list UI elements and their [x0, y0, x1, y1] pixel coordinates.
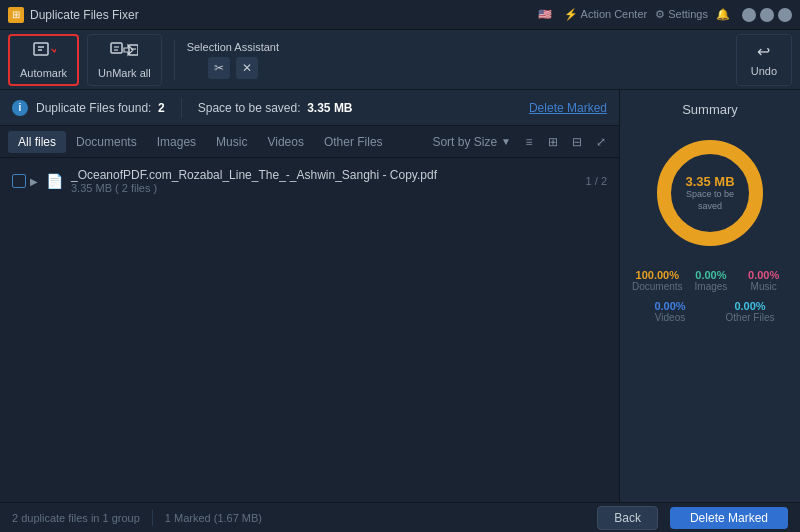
tab-images[interactable]: Images: [147, 131, 206, 153]
file-size: 3.35 MB ( 2 files ): [71, 182, 578, 194]
automark-icon: [32, 40, 56, 63]
unmark-all-icon: [110, 40, 138, 63]
donut-center: 3.35 MB Space to besaved: [685, 174, 734, 212]
selection-icons: ✂ ✕: [208, 57, 258, 79]
donut-label-text: Space to besaved: [685, 189, 734, 212]
region-flag: 🇺🇸: [538, 8, 552, 21]
tab-music[interactable]: Music: [206, 131, 257, 153]
stat-pct-documents: 100.00%: [632, 269, 683, 281]
toolbar: Automark UnMark all Selection Assistant …: [0, 30, 800, 90]
undo-icon: ↩: [757, 42, 770, 61]
settings-nav[interactable]: ⚙ Settings: [655, 8, 708, 21]
automark-button[interactable]: Automark: [8, 34, 79, 86]
sort-area[interactable]: Sort by Size ▼: [432, 135, 511, 149]
status-bar: 2 duplicate files in 1 group 1 Marked (1…: [0, 502, 800, 532]
selection-assistant-label: Selection Assistant: [187, 41, 279, 53]
right-panel: Summary 3.35 MB Space to besaved 100.00%…: [620, 90, 800, 502]
action-center-nav[interactable]: ⚡ Action Center: [564, 8, 647, 21]
file-checkbox[interactable]: [12, 174, 26, 188]
file-info: _OceanofPDF.com_Rozabal_Line_The_-_Ashwi…: [71, 168, 578, 194]
selection-assistant-area: Selection Assistant ✂ ✕: [187, 41, 279, 79]
unmark-all-label: UnMark all: [98, 67, 151, 79]
view-list-icon[interactable]: ≡: [519, 132, 539, 152]
found-label: Duplicate Files found:: [36, 101, 151, 115]
info-icon: i: [12, 100, 28, 116]
file-counter: 1 / 2: [586, 175, 607, 187]
close-button[interactable]: ×: [778, 8, 792, 22]
title-bar-left: ⊞ Duplicate Files Fixer: [8, 7, 139, 23]
automark-label: Automark: [20, 67, 67, 79]
undo-button[interactable]: ↩ Undo: [736, 34, 792, 86]
space-label: Space to be saved:: [198, 101, 301, 115]
stat-pct-music: 0.00%: [739, 269, 788, 281]
found-text: Duplicate Files found: 2: [36, 101, 165, 115]
info-bar: i Duplicate Files found: 2 Space to be s…: [0, 90, 619, 126]
table-row[interactable]: ▶ 📄 _OceanofPDF.com_Rozabal_Line_The_-_A…: [0, 162, 619, 200]
sort-arrow: ▼: [501, 136, 511, 147]
view-expand-icon[interactable]: ⤢: [591, 132, 611, 152]
stat-images: 0.00% Images: [687, 269, 736, 292]
title-bar-right: 🇺🇸 ⚡ Action Center ⚙ Settings 🔔 ─ □ ×: [538, 8, 792, 22]
stat-pct-other: 0.00%: [712, 300, 788, 312]
stat-name-other: Other Files: [712, 312, 788, 323]
stat-name-documents: Documents: [632, 281, 683, 292]
title-bar-nav: ⚡ Action Center ⚙ Settings 🔔: [564, 8, 730, 21]
stat-pct-videos: 0.00%: [632, 300, 708, 312]
delete-marked-link[interactable]: Delete Marked: [529, 101, 607, 115]
filter-tabs: All files Documents Images Music Videos …: [0, 126, 619, 158]
tab-documents[interactable]: Documents: [66, 131, 147, 153]
app-title: Duplicate Files Fixer: [30, 8, 139, 22]
summary-title: Summary: [682, 102, 738, 117]
stat-videos: 0.00% Videos: [632, 300, 708, 323]
stat-pct-images: 0.00%: [687, 269, 736, 281]
space-value: 3.35 MB: [307, 101, 352, 115]
status-divider: [152, 510, 153, 526]
tab-videos[interactable]: Videos: [257, 131, 313, 153]
stat-name-videos: Videos: [632, 312, 708, 323]
unmark-all-button[interactable]: UnMark all: [87, 34, 162, 86]
maximize-button[interactable]: □: [760, 8, 774, 22]
stat-documents: 100.00% Documents: [632, 269, 683, 292]
view-large-icon[interactable]: ⊟: [567, 132, 587, 152]
view-icons: ≡ ⊞ ⊟ ⤢: [519, 132, 611, 152]
stat-music: 0.00% Music: [739, 269, 788, 292]
window-controls: ─ □ ×: [742, 8, 792, 22]
selection-icon-plus[interactable]: ✕: [236, 57, 258, 79]
selection-icon-scissors[interactable]: ✂: [208, 57, 230, 79]
title-bar: ⊞ Duplicate Files Fixer 🇺🇸 ⚡ Action Cent…: [0, 0, 800, 30]
delete-marked-button[interactable]: Delete Marked: [670, 507, 788, 529]
svg-rect-3: [111, 43, 122, 53]
info-divider: [181, 98, 182, 118]
main-content: i Duplicate Files found: 2 Space to be s…: [0, 90, 800, 502]
stat-name-music: Music: [739, 281, 788, 292]
expand-arrow[interactable]: ▶: [30, 176, 38, 187]
file-group-1: ▶ 📄 _OceanofPDF.com_Rozabal_Line_The_-_A…: [0, 162, 619, 200]
pdf-icon: 📄: [46, 173, 63, 189]
stat-name-images: Images: [687, 281, 736, 292]
app-icon: ⊞: [8, 7, 24, 23]
svg-rect-0: [34, 43, 48, 55]
checkbox-area: ▶: [12, 174, 38, 188]
file-name: _OceanofPDF.com_Rozabal_Line_The_-_Ashwi…: [71, 168, 578, 182]
left-panel: i Duplicate Files found: 2 Space to be s…: [0, 90, 620, 502]
file-list: ▶ 📄 _OceanofPDF.com_Rozabal_Line_The_-_A…: [0, 158, 619, 502]
minimize-button[interactable]: ─: [742, 8, 756, 22]
stat-other: 0.00% Other Files: [712, 300, 788, 323]
stats-row2: 0.00% Videos 0.00% Other Files: [628, 300, 792, 323]
view-grid-icon[interactable]: ⊞: [543, 132, 563, 152]
duplicates-status: 2 duplicate files in 1 group: [12, 512, 140, 524]
marked-status: 1 Marked (1.67 MB): [165, 512, 262, 524]
stats-grid: 100.00% Documents 0.00% Images 0.00% Mus…: [628, 269, 792, 292]
back-button[interactable]: Back: [597, 506, 658, 530]
tab-all-files[interactable]: All files: [8, 131, 66, 153]
space-text: Space to be saved: 3.35 MB: [198, 101, 353, 115]
found-count: 2: [158, 101, 165, 115]
undo-label: Undo: [751, 65, 777, 77]
donut-size-text: 3.35 MB: [685, 174, 734, 189]
tab-other-files[interactable]: Other Files: [314, 131, 393, 153]
donut-chart: 3.35 MB Space to besaved: [650, 133, 770, 253]
notifications-nav[interactable]: 🔔: [716, 8, 730, 21]
sort-label: Sort by Size: [432, 135, 497, 149]
toolbar-divider-1: [174, 40, 175, 80]
